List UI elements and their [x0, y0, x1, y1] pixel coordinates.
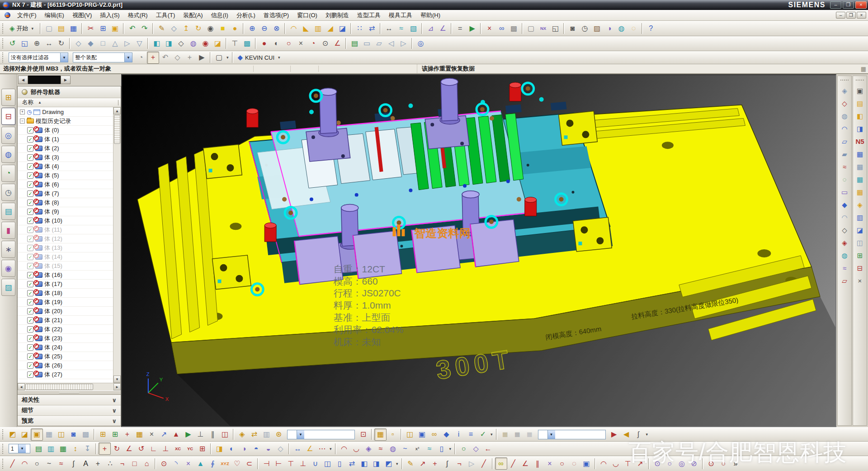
mirror-feature-icon[interactable]: ⇄ [366, 22, 378, 34]
gallery-tab[interactable]: ▨ [1, 279, 15, 296]
visualize-shape-icon[interactable]: ▣ [854, 85, 866, 96]
spot-check-icon[interactable]: ○ [458, 442, 470, 455]
pattern-component-icon[interactable]: ⇄ [248, 428, 260, 441]
profile-icon[interactable]: ╱ [6, 457, 19, 470]
surface-extension-icon[interactable]: ▦ [854, 186, 866, 198]
menu-item[interactable]: 视图(V) [68, 10, 96, 21]
thicken-icon[interactable]: ▧ [407, 22, 420, 34]
chevron-down-icon[interactable]: ▾ [449, 447, 452, 451]
wcs-save-icon[interactable]: ⊞ [196, 442, 208, 455]
parallel-constraint-icon[interactable]: ∥ [207, 428, 219, 441]
point-icon[interactable]: + [92, 457, 104, 470]
visibility-checkbox[interactable]: ✓ [27, 344, 33, 351]
text-icon[interactable]: A [80, 457, 92, 470]
visibility-checkbox[interactable]: ✓ [27, 272, 33, 278]
column-splitter[interactable] [118, 100, 118, 105]
tree-row[interactable]: ✓体 (17) [18, 280, 113, 289]
open-component-icon[interactable]: ◪ [19, 428, 31, 441]
circle-sketch-icon[interactable]: ○ [556, 457, 568, 470]
redo-icon[interactable]: ↷ [138, 22, 151, 34]
select-arrow-icon[interactable]: ▶ [196, 52, 208, 64]
point-set-icon[interactable]: ∴ [104, 457, 116, 470]
visibility-checkbox[interactable]: ✓ [27, 200, 33, 206]
preview-style-icon[interactable]: ◇ [274, 442, 287, 455]
constraints-info-icon[interactable]: ≡ [465, 428, 477, 441]
face-analysis-icon[interactable]: ◉ [199, 38, 212, 50]
geometry-check-icon[interactable]: ◇ [470, 442, 482, 455]
spotlight-icon[interactable]: ◌ [627, 22, 640, 34]
unwrap-curve-icon[interactable]: ◨ [370, 457, 382, 470]
selection-filter-dropdown[interactable]: 没有选择过滤器 ▼ [9, 52, 68, 62]
suppressed-tool-icon[interactable]: ◼ [511, 428, 524, 441]
viewport-canvas[interactable]: 300T 闭模高度：640mm 拉料高度：330(拉料高度做限位350) 自重：… [122, 75, 835, 426]
rollback-icon[interactable]: ↶ [159, 52, 171, 64]
snapshot-icon[interactable]: ◙ [566, 22, 579, 34]
visibility-checkbox[interactable]: ✓ [27, 181, 33, 188]
scroll-left-icon[interactable]: ◄ [18, 383, 25, 390]
edit-parameters-icon[interactable]: ✎ [405, 457, 417, 470]
pattern-feature-icon[interactable]: ∷ [354, 22, 366, 34]
horizontal-scrollbar[interactable]: ◄ ► [18, 383, 121, 390]
top-view-icon[interactable]: △ [109, 38, 121, 50]
zoom-icon[interactable]: ⊕ [31, 38, 43, 50]
patch-surface-icon[interactable]: ◈ [839, 237, 850, 248]
four-point-surface-icon[interactable]: ◈ [839, 85, 850, 96]
rotate-right-icon[interactable]: ▷ [397, 38, 410, 50]
reflection-analysis-icon[interactable]: ≈ [375, 442, 387, 455]
right-view-icon[interactable]: ▷ [121, 38, 133, 50]
delete-icon[interactable]: × [483, 22, 495, 34]
layer-settings-icon[interactable]: ▤ [33, 442, 45, 455]
front-view-icon[interactable]: □ [97, 38, 109, 50]
start-menu-button[interactable]: ◈ 开始 ▾ [6, 24, 38, 33]
shaded-edges-icon[interactable]: ◧ [151, 38, 163, 50]
wcs-origin-icon[interactable]: ∠ [123, 442, 135, 455]
delete-edge-icon[interactable]: × [854, 275, 866, 286]
navigator-section[interactable]: 细节∨ [18, 405, 121, 415]
rectangle-icon[interactable]: □ [128, 457, 141, 470]
rough-offset-icon[interactable]: ▦ [854, 173, 866, 185]
chamfer-icon[interactable]: ◣ [300, 22, 312, 34]
tree-row[interactable]: ✓体 (18) [18, 289, 113, 298]
restore-button[interactable]: ❒ [843, 1, 854, 9]
visibility-checkbox[interactable]: ✓ [27, 254, 33, 260]
immediate-hide-icon[interactable]: ◑ [238, 442, 250, 455]
show-component-icon[interactable]: ▦ [43, 428, 55, 441]
marquee-select-icon[interactable]: ▢ [213, 52, 225, 64]
highlight-hands-icon[interactable]: ◔ [135, 52, 147, 64]
block-sketch-icon[interactable]: ▣ [580, 457, 593, 470]
composite-curve-icon[interactable]: ◩ [382, 457, 395, 470]
transition-surface-icon[interactable]: ◆ [839, 199, 850, 210]
subtract-icon[interactable]: ⊖ [258, 22, 270, 34]
trim-corner-icon[interactable]: ↗ [417, 457, 429, 470]
arc-end-icon[interactable]: ◡ [610, 457, 622, 470]
sketch-icon[interactable]: ✎ [156, 22, 168, 34]
mdi-close-button[interactable]: × [857, 12, 866, 19]
menu-item[interactable]: 工具(T) [152, 10, 179, 21]
command-finder-icon[interactable]: ◎ [415, 38, 427, 50]
tree-row[interactable]: ✓体 (5) [18, 171, 113, 180]
tree-row[interactable]: ✓体 (19) [18, 298, 113, 307]
menu-item[interactable]: 插入(S) [96, 10, 123, 21]
tree-expander[interactable]: + [20, 109, 25, 114]
tree-row[interactable]: ✓体 (25) [18, 352, 113, 361]
scroll-right-icon[interactable]: ► [113, 383, 121, 390]
bounded-plane-icon[interactable]: ▭ [839, 186, 850, 198]
tree-row[interactable]: ✓体 (8) [18, 198, 113, 207]
isometric-view-icon[interactable]: ◆ [85, 38, 97, 50]
tree-row[interactable]: ✓体 (4) [18, 162, 113, 171]
tree-row[interactable]: ✓体 (13) [18, 243, 113, 252]
corner-icon[interactable]: ¬ [453, 457, 466, 470]
scrollbar-thumb[interactable] [114, 115, 120, 144]
component-preview-icon[interactable]: ◙ [67, 428, 80, 441]
scroll-down-icon[interactable]: ▼ [113, 376, 121, 383]
sort-ascending-icon[interactable]: ▲ [38, 100, 42, 105]
snap-point-icon[interactable]: + [147, 52, 159, 64]
trim-body-icon[interactable]: ◪ [336, 22, 349, 34]
window-icon[interactable]: ▢ [525, 22, 537, 34]
nx5-legacy-icon[interactable]: N5 [854, 135, 866, 147]
snap-quadrant-icon[interactable]: ◔ [307, 38, 319, 50]
visibility-checkbox[interactable]: ✓ [27, 236, 33, 242]
polygon-icon[interactable]: ⌂ [141, 457, 153, 470]
move-to-layer-icon[interactable]: ↕ [69, 442, 81, 455]
reuse-library-tab[interactable]: ◔ [1, 165, 15, 182]
